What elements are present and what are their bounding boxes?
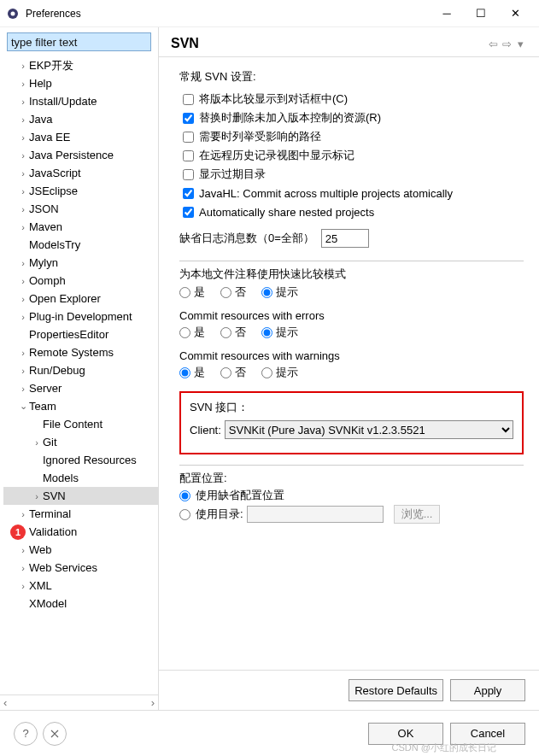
tree-item[interactable]: ›Java — [3, 110, 158, 128]
tree-twisty-icon[interactable]: › — [17, 61, 29, 71]
tree-item[interactable]: ›Run/Debug — [3, 361, 158, 379]
tree-twisty-icon[interactable]: › — [17, 581, 29, 591]
g3-prompt[interactable] — [261, 367, 272, 378]
log-count-input[interactable] — [321, 229, 369, 248]
tree-item[interactable]: ›JavaScript — [3, 164, 158, 182]
tree-twisty-icon[interactable]: › — [17, 79, 29, 89]
apply-button[interactable]: Apply — [450, 679, 525, 701]
tree-twisty-icon[interactable]: › — [17, 312, 29, 322]
tree-twisty-icon[interactable]: › — [17, 563, 29, 573]
chk-javahl-atomic[interactable] — [183, 188, 194, 199]
tree-twisty-icon[interactable]: › — [17, 348, 29, 358]
chk-share-nested[interactable] — [183, 207, 194, 218]
tree-item[interactable]: ›SVN — [3, 487, 158, 505]
tree-twisty-icon[interactable]: › — [17, 186, 29, 196]
minimize-button[interactable]: ─ — [430, 0, 464, 27]
chk-show-outdated[interactable] — [183, 169, 194, 180]
tree-item[interactable]: ›Remote Systems — [3, 343, 158, 361]
close-button[interactable]: ✕ — [498, 0, 532, 27]
tree-item[interactable]: ›Server — [3, 379, 158, 397]
tree-item[interactable]: Ignored Resources — [3, 451, 158, 469]
tree-twisty-icon[interactable]: › — [31, 437, 43, 448]
tree-twisty-icon[interactable]: › — [17, 222, 29, 232]
tree-item[interactable]: ›Git — [3, 433, 158, 451]
filter-input[interactable] — [7, 32, 151, 51]
browse-button: 浏览... — [394, 505, 441, 524]
tree-twisty-icon[interactable]: › — [17, 168, 29, 179]
maximize-button[interactable]: ☐ — [464, 0, 498, 27]
log-count-label: 缺省日志消息数（0=全部） — [179, 231, 314, 246]
tree-item[interactable]: ›Web — [3, 541, 158, 559]
tree-twisty-icon[interactable]: › — [17, 97, 29, 107]
tree-twisty-icon[interactable]: › — [17, 258, 29, 268]
general-label: 常规 SVN 设置: — [179, 69, 524, 85]
chk-show-tags[interactable] — [183, 150, 194, 161]
tree-item[interactable]: ›Java Persistence — [3, 146, 158, 164]
tree-item-label: PropertiesEditor — [29, 328, 108, 341]
tree-twisty-icon[interactable]: › — [17, 114, 29, 125]
fast-compare-label: 为本地文件注释使用快速比较模式 — [179, 267, 524, 282]
chk-delete-unversioned[interactable] — [183, 113, 194, 124]
tree-item-label: JSON — [29, 202, 59, 215]
help-button[interactable]: ? — [14, 722, 38, 746]
tree-item[interactable]: ›XML — [3, 577, 158, 595]
tree-item[interactable]: ›Mylyn — [3, 254, 158, 272]
client-select[interactable]: SVNKit (Pure Java) SVNKit v1.2.3.5521 — [225, 420, 513, 439]
tree-item[interactable]: Models — [3, 469, 158, 487]
g3-yes[interactable] — [179, 367, 190, 378]
content-header: SVN ⇦ ⇨ ▾ — [159, 27, 539, 57]
tree-twisty-icon[interactable]: › — [17, 204, 29, 214]
tree-item[interactable]: ⌄Team — [3, 397, 158, 415]
tree-item[interactable]: ›JSON — [3, 200, 158, 218]
chk-list-affected[interactable] — [183, 132, 194, 143]
tree-item[interactable]: ›Open Explorer — [3, 290, 158, 308]
cfg-dir[interactable] — [179, 509, 190, 520]
tree-item[interactable]: ›Plug-in Development — [3, 308, 158, 325]
tree-item-label: Plug-in Development — [29, 310, 132, 323]
tree-item[interactable]: ›Web Services — [3, 559, 158, 577]
commit-warnings-label: Commit resources with warnings — [179, 349, 524, 362]
forward-icon[interactable]: ⇨ — [500, 38, 513, 50]
tree-item[interactable]: PropertiesEditor — [3, 325, 158, 343]
tree-twisty-icon[interactable]: › — [17, 276, 29, 286]
back-icon[interactable]: ⇦ — [486, 38, 500, 50]
import-export-button[interactable] — [43, 722, 67, 746]
tree-twisty-icon[interactable]: › — [31, 491, 43, 501]
g2-prompt[interactable] — [261, 327, 272, 338]
tree-item[interactable]: ModelsTry — [3, 236, 158, 254]
tree-twisty-icon[interactable]: ⌄ — [17, 401, 29, 412]
tree-item[interactable]: ›Help — [3, 74, 158, 92]
tree-twisty-icon[interactable]: › — [17, 384, 29, 394]
g3-no[interactable] — [220, 367, 231, 378]
tree-item[interactable]: ›EKP开发 — [3, 56, 158, 74]
tree-scrollbar[interactable]: ‹› — [0, 694, 158, 710]
tree-twisty-icon[interactable]: › — [17, 132, 29, 143]
tree-twisty-icon[interactable]: › — [17, 545, 29, 555]
tree-item[interactable]: ›Oomph — [3, 272, 158, 290]
tree-twisty-icon[interactable]: › — [17, 509, 29, 519]
tree-item[interactable]: ›Install/Update — [3, 92, 158, 110]
chk-compare-dialog[interactable] — [183, 94, 194, 105]
tree-item-label: Server — [29, 382, 62, 395]
tree-item[interactable]: ›JSEclipse — [3, 182, 158, 200]
restore-defaults-button[interactable]: Restore Defaults — [349, 679, 443, 701]
preferences-tree[interactable]: ›EKP开发›Help›Install/Update›Java›Java EE›… — [0, 56, 158, 694]
g2-no[interactable] — [220, 327, 231, 338]
tree-item-label: Oomph — [29, 274, 66, 287]
tree-item-label: Ignored Resources — [43, 454, 137, 466]
tree-twisty-icon[interactable]: › — [17, 294, 29, 304]
g1-no[interactable] — [220, 287, 231, 298]
g1-prompt[interactable] — [261, 287, 272, 298]
tree-twisty-icon[interactable]: › — [17, 366, 29, 376]
menu-icon[interactable]: ▾ — [513, 38, 527, 50]
tree-item[interactable]: ›Maven — [3, 218, 158, 236]
tree-item[interactable]: ›Java EE — [3, 128, 158, 146]
tree-twisty-icon[interactable]: › — [17, 150, 29, 161]
tree-item[interactable]: XModel — [3, 595, 158, 612]
tree-item[interactable]: Validation — [3, 523, 158, 541]
g1-yes[interactable] — [179, 287, 190, 298]
tree-item[interactable]: ›Terminal — [3, 505, 158, 523]
cfg-default[interactable] — [179, 490, 190, 501]
tree-item[interactable]: File Content — [3, 415, 158, 433]
g2-yes[interactable] — [179, 327, 190, 338]
